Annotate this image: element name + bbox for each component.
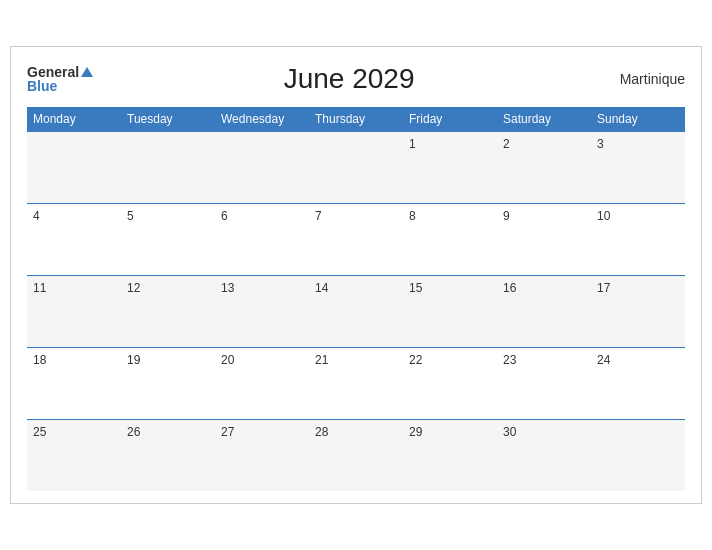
day-number: 10 bbox=[597, 209, 610, 223]
calendar-cell: 21 bbox=[309, 347, 403, 419]
weekday-header-saturday: Saturday bbox=[497, 107, 591, 132]
calendar-week-row: 11121314151617 bbox=[27, 275, 685, 347]
calendar-grid: MondayTuesdayWednesdayThursdayFridaySatu… bbox=[27, 107, 685, 492]
calendar-cell: 10 bbox=[591, 203, 685, 275]
day-number: 9 bbox=[503, 209, 510, 223]
calendar-cell: 17 bbox=[591, 275, 685, 347]
calendar-cell: 23 bbox=[497, 347, 591, 419]
day-number: 12 bbox=[127, 281, 140, 295]
day-number: 29 bbox=[409, 425, 422, 439]
day-number: 25 bbox=[33, 425, 46, 439]
day-number: 22 bbox=[409, 353, 422, 367]
day-number: 14 bbox=[315, 281, 328, 295]
calendar-week-row: 252627282930 bbox=[27, 419, 685, 491]
day-number: 24 bbox=[597, 353, 610, 367]
day-number: 2 bbox=[503, 137, 510, 151]
calendar-cell: 8 bbox=[403, 203, 497, 275]
calendar-cell: 1 bbox=[403, 131, 497, 203]
calendar-container: General Blue June 2029 Martinique Monday… bbox=[10, 46, 702, 505]
calendar-cell: 12 bbox=[121, 275, 215, 347]
day-number: 15 bbox=[409, 281, 422, 295]
weekday-header-thursday: Thursday bbox=[309, 107, 403, 132]
logo-blue-text: Blue bbox=[27, 79, 57, 93]
calendar-cell: 26 bbox=[121, 419, 215, 491]
calendar-cell: 15 bbox=[403, 275, 497, 347]
day-number: 23 bbox=[503, 353, 516, 367]
calendar-week-row: 18192021222324 bbox=[27, 347, 685, 419]
calendar-header: General Blue June 2029 Martinique bbox=[27, 63, 685, 95]
weekday-header-monday: Monday bbox=[27, 107, 121, 132]
weekday-header-wednesday: Wednesday bbox=[215, 107, 309, 132]
logo-area: General Blue bbox=[27, 65, 93, 93]
weekday-header-tuesday: Tuesday bbox=[121, 107, 215, 132]
day-number: 7 bbox=[315, 209, 322, 223]
day-number: 8 bbox=[409, 209, 416, 223]
calendar-cell: 9 bbox=[497, 203, 591, 275]
day-number: 5 bbox=[127, 209, 134, 223]
logo-triangle-icon bbox=[81, 67, 93, 77]
calendar-week-row: 45678910 bbox=[27, 203, 685, 275]
calendar-cell bbox=[27, 131, 121, 203]
calendar-cell: 20 bbox=[215, 347, 309, 419]
calendar-cell: 5 bbox=[121, 203, 215, 275]
day-number: 27 bbox=[221, 425, 234, 439]
day-number: 13 bbox=[221, 281, 234, 295]
day-number: 26 bbox=[127, 425, 140, 439]
day-number: 17 bbox=[597, 281, 610, 295]
calendar-cell bbox=[215, 131, 309, 203]
day-number: 19 bbox=[127, 353, 140, 367]
calendar-cell bbox=[309, 131, 403, 203]
calendar-cell: 25 bbox=[27, 419, 121, 491]
calendar-cell bbox=[591, 419, 685, 491]
calendar-week-row: 123 bbox=[27, 131, 685, 203]
calendar-region: Martinique bbox=[605, 71, 685, 87]
calendar-cell: 29 bbox=[403, 419, 497, 491]
calendar-cell: 2 bbox=[497, 131, 591, 203]
calendar-cell: 6 bbox=[215, 203, 309, 275]
calendar-cell: 4 bbox=[27, 203, 121, 275]
day-number: 21 bbox=[315, 353, 328, 367]
day-number: 1 bbox=[409, 137, 416, 151]
logo-general-text: General bbox=[27, 65, 79, 79]
weekday-header-friday: Friday bbox=[403, 107, 497, 132]
day-number: 4 bbox=[33, 209, 40, 223]
day-number: 20 bbox=[221, 353, 234, 367]
calendar-cell: 3 bbox=[591, 131, 685, 203]
calendar-cell: 18 bbox=[27, 347, 121, 419]
weekday-header-row: MondayTuesdayWednesdayThursdayFridaySatu… bbox=[27, 107, 685, 132]
calendar-cell: 11 bbox=[27, 275, 121, 347]
calendar-cell: 19 bbox=[121, 347, 215, 419]
calendar-cell: 28 bbox=[309, 419, 403, 491]
calendar-cell: 16 bbox=[497, 275, 591, 347]
calendar-cell: 30 bbox=[497, 419, 591, 491]
calendar-cell: 27 bbox=[215, 419, 309, 491]
day-number: 30 bbox=[503, 425, 516, 439]
calendar-cell: 13 bbox=[215, 275, 309, 347]
weekday-header-sunday: Sunday bbox=[591, 107, 685, 132]
day-number: 3 bbox=[597, 137, 604, 151]
calendar-cell: 24 bbox=[591, 347, 685, 419]
day-number: 18 bbox=[33, 353, 46, 367]
day-number: 6 bbox=[221, 209, 228, 223]
day-number: 16 bbox=[503, 281, 516, 295]
calendar-cell bbox=[121, 131, 215, 203]
calendar-title: June 2029 bbox=[93, 63, 605, 95]
calendar-cell: 7 bbox=[309, 203, 403, 275]
day-number: 28 bbox=[315, 425, 328, 439]
calendar-cell: 22 bbox=[403, 347, 497, 419]
day-number: 11 bbox=[33, 281, 46, 295]
calendar-cell: 14 bbox=[309, 275, 403, 347]
